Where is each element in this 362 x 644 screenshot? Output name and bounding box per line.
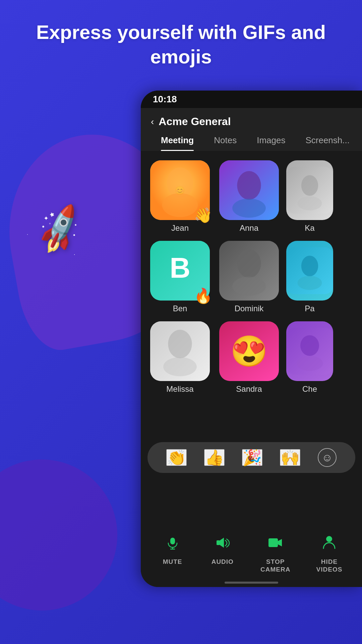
emoji-party-button[interactable]: 🎉 <box>242 449 262 466</box>
che-name: Che <box>302 384 317 394</box>
avatar-pa <box>286 241 333 301</box>
ben-emoji-overlay: 🔥 <box>194 287 213 305</box>
avatar-wrapper-pa <box>286 241 333 301</box>
person-icon <box>322 535 336 550</box>
participants-grid: 😊 👋 Jean <box>141 151 362 411</box>
che-avatar-svg <box>286 321 333 381</box>
hide-videos-label: HIDE VIDEOS <box>316 558 343 574</box>
participant-melissa[interactable]: Melissa <box>148 321 212 394</box>
svg-point-23 <box>297 356 323 371</box>
microphone-icon <box>166 536 180 550</box>
mute-button[interactable]: MUTE <box>161 531 185 566</box>
emoji-thumbsup-button[interactable]: 👍 <box>204 449 225 466</box>
svg-point-2 <box>162 193 198 217</box>
avatar-anna <box>219 160 279 220</box>
grid-row-3: Melissa 😍 Sandra <box>148 321 355 394</box>
svg-point-8 <box>301 175 318 196</box>
ka-avatar-svg <box>286 160 333 220</box>
participant-che[interactable]: Che <box>286 321 333 394</box>
camera-icon <box>263 531 288 555</box>
svg-point-22 <box>300 335 319 356</box>
pa-avatar-svg <box>286 241 333 301</box>
status-time: 10:18 <box>153 94 177 105</box>
ka-name: Ka <box>305 223 314 233</box>
grid-row-2: B 🔥 Ben <box>148 241 355 313</box>
participant-pa[interactable]: Pa <box>286 241 333 313</box>
channel-row: ‹ Acme General <box>151 115 352 128</box>
emoji-reaction-bar: 👏 👍 🎉 🙌 ☺ <box>147 442 355 473</box>
svg-text:😊: 😊 <box>175 185 186 196</box>
avatar-wrapper-dominik <box>219 241 279 301</box>
mute-label: MUTE <box>163 558 182 566</box>
tab-screenshots[interactable]: Screensh... <box>295 135 352 151</box>
audio-icon <box>210 531 235 555</box>
stop-camera-button[interactable]: STOP CAMERA <box>260 531 290 574</box>
svg-text:B: B <box>170 252 190 284</box>
speaker-icon <box>215 536 230 550</box>
tab-notes[interactable]: Notes <box>204 135 247 151</box>
avatar-wrapper-jean: 😊 👋 <box>150 160 210 220</box>
channel-name: Acme General <box>159 115 231 128</box>
control-bar: MUTE AUDIO STOP CAMERA <box>141 521 362 587</box>
svg-rect-27 <box>217 540 220 545</box>
hide-videos-icon <box>317 531 341 555</box>
app-header: ‹ Acme General Meeting Notes Images Scre… <box>141 108 362 151</box>
svg-rect-28 <box>268 538 278 547</box>
melissa-avatar-svg <box>150 321 210 381</box>
audio-button[interactable]: AUDIO <box>210 531 235 566</box>
participant-jean[interactable]: 😊 👋 Jean <box>148 160 212 233</box>
tab-images[interactable]: Images <box>247 135 295 151</box>
anna-avatar-svg <box>219 160 279 220</box>
participant-dominik[interactable]: Dominik <box>217 241 281 313</box>
star-3-icon: · <box>74 252 75 258</box>
anna-name: Anna <box>240 223 258 233</box>
avatar-dominik <box>219 241 279 301</box>
grid-row-1: 😊 👋 Jean <box>148 160 355 233</box>
emoji-clap-button[interactable]: 👏 <box>166 449 187 466</box>
participant-ka[interactable]: Ka <box>286 160 333 233</box>
avatar-ka <box>286 160 333 220</box>
avatar-wrapper-melissa <box>150 321 210 381</box>
hide-videos-button[interactable]: HIDE VIDEOS <box>316 531 343 574</box>
participant-anna[interactable]: Anna <box>217 160 281 233</box>
svg-rect-24 <box>170 538 175 544</box>
avatar-wrapper-ben: B 🔥 <box>150 241 210 301</box>
ben-name: Ben <box>173 304 187 313</box>
back-chevron-icon[interactable]: ‹ <box>151 116 154 127</box>
audio-label: AUDIO <box>212 558 234 566</box>
mute-icon <box>161 531 185 555</box>
star-2-icon: · <box>27 231 28 237</box>
tab-meeting[interactable]: Meeting <box>151 135 204 151</box>
avatar-wrapper-che <box>286 321 333 381</box>
participant-ben[interactable]: B 🔥 Ben <box>148 241 212 313</box>
jean-name: Jean <box>171 223 189 233</box>
dominik-avatar-svg <box>219 241 279 301</box>
avatar-sandra: 😍 <box>219 321 279 381</box>
avatar-wrapper-ka <box>286 160 333 220</box>
dominik-name: Dominik <box>235 304 264 313</box>
jean-emoji-overlay: 👋 <box>194 207 213 224</box>
svg-point-13 <box>237 249 261 278</box>
avatar-che <box>286 321 333 381</box>
emoji-raise-hands-button[interactable]: 🙌 <box>280 449 300 466</box>
svg-point-20 <box>163 357 197 376</box>
participant-sandra[interactable]: 😍 Sandra <box>217 321 281 394</box>
svg-point-5 <box>237 171 261 200</box>
emoji-picker-button[interactable]: ☺ <box>318 448 337 467</box>
pa-name: Pa <box>305 304 314 313</box>
home-indicator <box>225 582 278 584</box>
avatar-melissa <box>150 321 210 381</box>
avatar-wrapper-sandra: 😍 <box>219 321 279 381</box>
svg-point-29 <box>326 536 332 542</box>
status-bar: 10:18 <box>141 91 362 108</box>
stop-camera-label: STOP CAMERA <box>260 558 290 574</box>
phone-mockup: 10:18 ‹ Acme General Meeting Notes Image… <box>141 91 362 587</box>
melissa-name: Melissa <box>166 384 193 394</box>
svg-point-17 <box>298 276 322 290</box>
tab-bar: Meeting Notes Images Screensh... <box>151 135 352 151</box>
sandra-name: Sandra <box>236 384 262 394</box>
svg-point-19 <box>168 330 192 358</box>
svg-point-9 <box>298 196 322 210</box>
video-camera-icon <box>268 536 283 549</box>
svg-point-6 <box>232 199 266 218</box>
